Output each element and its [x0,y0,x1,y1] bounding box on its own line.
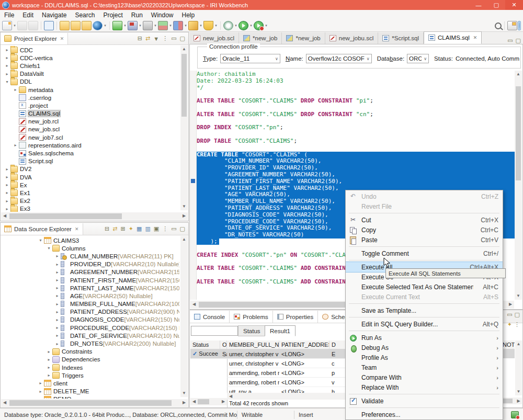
tree-item-ex2[interactable]: ▸Ex2 [2,197,179,205]
tree-item-date-of-service[interactable]: ▸DATE_OF_SERVICE [VARCHAR2(10) Nullable] [2,332,179,339]
view-menu-icon[interactable]: ⋮ [162,35,168,42]
result1-subtab[interactable]: Result1 [265,325,295,336]
view-menu-icon[interactable]: ⋮ [162,225,168,232]
context-menu-item-replace-with[interactable]: Replace With› [346,382,503,392]
save-all-icon[interactable] [28,21,38,30]
member-full-name-header[interactable]: MEMBER_FULL_NAME [227,340,279,349]
menubar-project[interactable]: Project [99,10,127,20]
menubar-window[interactable]: Window [147,10,178,20]
db-tool-2-icon[interactable] [173,21,183,30]
run-last-icon[interactable] [254,21,264,30]
context-menu-item-toggle-comment[interactable]: Toggle CommentCtrl+/ [346,248,503,258]
link-editor-icon[interactable]: ⇄ [112,225,117,232]
tree-item-dva[interactable]: ▸DVA [2,173,179,181]
tree-item-dr-notes[interactable]: ▸DR_NOTES [VARCHAR2(200) Nullable] [2,339,179,347]
maximize-view-icon[interactable]: ▢ [180,225,185,232]
database-combo[interactable]: ORC∨ [407,54,429,63]
open-folder-icon[interactable] [60,21,70,30]
context-menu-item-execute-selected-text-as-one-statement[interactable]: Execute Selected Text As One StatementAl… [346,282,503,292]
tree-item-claim-number[interactable]: ▸CLAIM_NUMBER [VARCHAR2(11) PK] [2,252,179,260]
hierarchy-icon[interactable]: ⊞ [121,225,126,232]
iri-wizard-icon[interactable] [93,21,103,30]
scroll-left-icon[interactable]: ◀ [190,398,198,405]
scroll-up-icon[interactable]: ▲ [515,71,522,78]
chart-icon[interactable]: ▦ [137,225,142,232]
open-folder-2-icon[interactable] [71,21,81,30]
tree-item-representations-aird[interactable]: ▸representations.aird [2,141,179,149]
tree-item-provider-id[interactable]: ▸PROVIDER_ID [VARCHAR2(10) Nullable] [2,260,179,268]
scroll-right-icon[interactable]: ▶ [180,212,188,220]
tree-item-datavailt[interactable]: ▸DataVailt [2,70,179,78]
dse-vscrollbar[interactable]: ▲ ▼ [180,236,188,397]
dse-hscrollbar[interactable]: ◀ ▶ [1,399,188,407]
editor-tab-new-job-scl[interactable]: new_job.scl [189,32,239,44]
tree-item-indexes[interactable]: ▸Indexes [2,364,179,371]
patient-address-header[interactable]: PATIENT_ADDRESS [279,340,329,349]
connection-status-icon[interactable] [511,411,519,418]
search-icon[interactable] [495,22,502,29]
menubar-edit[interactable]: Edit [18,10,38,20]
type-combo[interactable]: Oracle_11∨ [220,54,280,63]
console-tab-console[interactable]: Console [190,311,230,323]
editor-tab-claims-sql[interactable]: CLAIMS.sql✕ [424,31,482,44]
tree-item-new-job-scl[interactable]: new_job.scl [2,126,179,133]
scroll-up-icon[interactable]: ▲ [180,236,188,243]
tree-item-new-job-rcl[interactable]: new_job.rcl [2,118,179,126]
link-editor-icon[interactable]: ⇄ [145,35,150,42]
project-explorer-hscrollbar[interactable]: ◀ ▶ [1,212,188,220]
context-menu-item-copy[interactable]: CopyCtrl+C [346,225,503,235]
new-wizard-icon[interactable] [2,21,12,30]
tree-item-client[interactable]: ▸client [2,379,179,387]
select-tool-icon[interactable] [112,21,122,30]
menubar-navigate[interactable]: Navigate [38,10,71,20]
tree-item-cdc-vertica[interactable]: ▸CDC-vertica [2,54,179,62]
context-menu-item-run-as[interactable]: Run As› [346,333,503,343]
maximize-window-button[interactable]: ▢ [487,0,505,10]
minimize-window-button[interactable]: — [470,0,487,10]
minimize-editor-icon[interactable]: ▭ [507,37,513,44]
scroll-left-icon[interactable]: ◀ [1,399,8,406]
scroll-left-icon[interactable]: ◀ [1,212,8,220]
context-menu-item-paste[interactable]: PasteCtrl+V [346,235,503,245]
maximize-view-icon[interactable]: ▢ [515,311,520,318]
maximize-view-icon[interactable]: ▢ [180,35,185,42]
editor-tab-script-sql[interactable]: *Script.sql [378,32,424,44]
tree-item-claims-sql[interactable]: CLAIMS.sql [2,110,179,118]
iri-perspective-button[interactable] [518,21,521,30]
close-view-icon[interactable]: ✕ [75,226,79,232]
tree-item-age[interactable]: ▸AGE [VARCHAR2(50) Nullable] [2,292,179,300]
result-grid-hscrollbar[interactable]: ◀ [227,393,347,400]
key-icon[interactable]: ✦ [129,225,133,232]
result-grid-hscroll-end[interactable]: ▶ [502,398,522,404]
collapse-all-icon[interactable]: ⊟ [138,35,142,42]
tree-item-procedure-code[interactable]: ▸PROCEDURE_CODE [VARCHAR2(150) Nullable] [2,324,179,332]
tree-item-cserrlog[interactable]: .cserrlog [2,94,179,101]
editor-tab-new-jobu-scl[interactable]: new_jobu.scl [325,32,378,44]
context-menu-item-preferences[interactable]: Preferences... [346,410,503,419]
shield-tool-icon[interactable] [203,21,213,30]
context-menu-item-edit-in-sql-query-builder[interactable]: Edit in SQL Query Builder...Alt+Q [346,319,503,329]
menubar-file[interactable]: File [0,10,18,20]
close-view-icon[interactable]: ✕ [60,36,64,41]
chart-2-icon[interactable]: ▥ [145,225,150,232]
status-row[interactable]: ✓Succee Sa [190,349,227,359]
tree-item-dependencies[interactable]: ▸Dependencies [2,356,179,364]
tree-item-delete-me[interactable]: ▸DELETE_ME [2,388,179,395]
maximize-editor-icon[interactable]: ▢ [516,37,521,44]
editor-tab-new-job[interactable]: *new_job [239,32,282,44]
result-grid-vscrollbar[interactable]: ▲ ▼ [515,340,522,395]
tree-item-diagnosis-code[interactable]: ▸DIAGNOSIS_CODE [VARCHAR2(150) Nullable] [2,316,179,324]
panel-action-icon[interactable]: ✦ [507,321,512,328]
tree-item-metadata[interactable]: ▸metadata [2,86,179,94]
menubar-run[interactable]: Run [127,10,147,20]
open-folder-3-icon[interactable] [82,21,92,30]
tree-item-demo[interactable]: ▸DEMO [2,395,179,399]
status-column-header[interactable]: Status [190,340,220,349]
save-icon[interactable] [17,21,27,30]
tree-item-patient-last-name[interactable]: ▸PATIENT_LAST_NAME [VARCHAR2(150) Nullab… [2,284,179,292]
tree-item-ex1[interactable]: ▸Ex1 [2,189,179,197]
tree-item-chiefs1[interactable]: ▸Chiefs1 [2,62,179,70]
tree-item-patient-first-name[interactable]: ▸PATIENT_FIRST_NAME [VARCHAR2(150) Nulla… [2,276,179,284]
tree-item-patient-address[interactable]: ▸PATIENT_ADDRESS [VARCHAR2(900) Nullable… [2,308,179,316]
close-tab-icon[interactable]: ✕ [473,35,477,40]
